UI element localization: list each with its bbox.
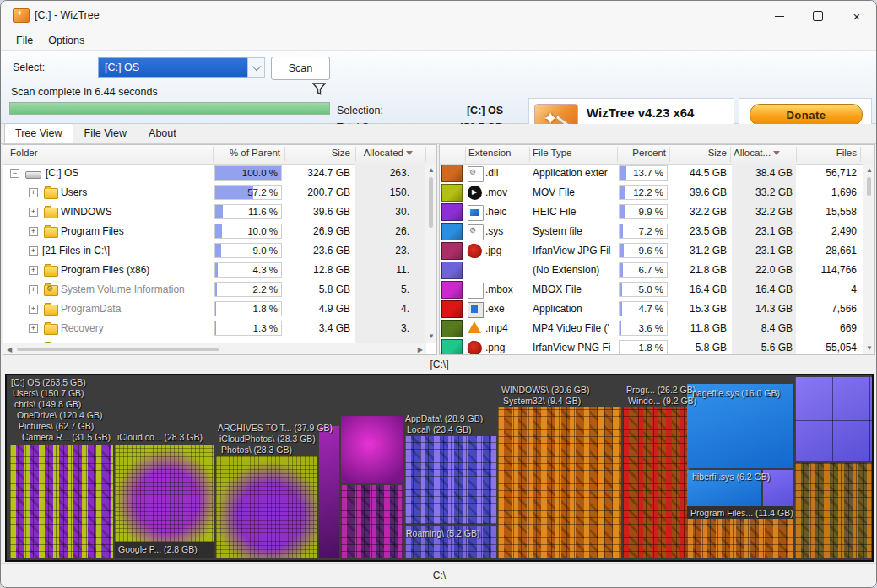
tree-row[interactable]: +Program Files (x86)4.3 %12.8 GB11. [3, 261, 436, 280]
treemap-block-magenta-glow[interactable] [341, 416, 403, 483]
donate-button[interactable]: Donate [750, 104, 863, 126]
col-extension[interactable]: Extension [468, 148, 512, 158]
extension-color-swatch [441, 320, 463, 337]
treemap-block-magenta-tiles[interactable] [341, 485, 403, 558]
col-ext-percent[interactable]: Percent [619, 148, 666, 158]
filter-icon[interactable] [312, 83, 326, 99]
size-value: 15.3 GB [671, 303, 727, 315]
tree-rows: −[C:] OS100.0 %324.7 GB263.+Users57.2 %2… [3, 164, 436, 354]
tree-horizontal-scrollbar[interactable]: ◀ ▶ [3, 343, 426, 354]
treemap-block-right-violet[interactable] [795, 377, 874, 461]
menu-item-file[interactable]: File [9, 33, 40, 48]
treemap-block-appdata-local[interactable] [405, 436, 496, 524]
scan-button[interactable]: Scan [271, 57, 330, 80]
extension-row[interactable]: .dllApplication exter13.7 %44.5 GB38.4 G… [440, 164, 874, 183]
tree-row[interactable]: +WINDOWS11.6 %39.6 GB30. [3, 202, 436, 222]
expand-icon[interactable]: + [29, 246, 38, 256]
extension-row[interactable]: .jpgIrfanView JPG Fil9.6 %31.2 GB23.1 GB… [440, 241, 874, 261]
size-value: 5.8 GB [286, 283, 350, 295]
treemap-block-camera-roll[interactable] [10, 445, 113, 558]
percent-bar: 1.3 % [214, 321, 282, 336]
extension-row[interactable]: .heicHEIC File9.9 %32.2 GB32.2 GB15,558 [440, 202, 874, 222]
tree-row[interactable]: +Program Files10.0 %26.9 GB26. [3, 222, 436, 241]
drive-select[interactable]: [C:] OS [98, 57, 265, 78]
extension-row[interactable]: .pngIrfanView PNG Fi1.8 %5.8 GB5.6 GB55,… [440, 338, 874, 355]
size-value: 16.4 GB [671, 283, 727, 295]
col-ext-size[interactable]: Size [671, 148, 727, 158]
sort-desc-icon [773, 151, 780, 155]
treemap-block-windows[interactable] [498, 407, 621, 558]
chevron-down-icon[interactable] [247, 57, 265, 78]
allocated-value: 30. [357, 206, 409, 218]
tree-view-panel: Folder % of Parent Size Allocated −[C:] … [3, 144, 437, 355]
col-file-type[interactable]: File Type [533, 148, 571, 158]
extension-row[interactable]: (No Extension)6.7 %21.8 GB22.0 GB114,766 [440, 261, 874, 280]
extension-row[interactable]: .mp4MP4 Video File ('3.6 %11.8 GB8.4 GB6… [440, 319, 874, 338]
expand-icon[interactable]: + [29, 266, 38, 275]
expand-icon[interactable]: + [29, 305, 38, 314]
drive-icon [25, 171, 41, 179]
menu-item-options[interactable]: Options [41, 33, 91, 48]
maximize-button[interactable] [799, 1, 837, 31]
summary-row: Selection:[C:] OS [337, 103, 527, 120]
extension-rows: .dllApplication exter13.7 %44.5 GB38.4 G… [440, 164, 874, 354]
allocated-value: 32.2 GB [732, 206, 793, 218]
minimize-button[interactable] [760, 1, 799, 31]
folder-icon [44, 305, 58, 316]
close-button[interactable]: × [837, 1, 876, 31]
treemap-label: Progr... (26.2 GB) [626, 385, 696, 395]
file-type-name: IrfanView JPG Fil [533, 245, 617, 256]
file-gear-icon [468, 224, 484, 240]
extension-name: .mov [485, 186, 507, 198]
size-value: 12.8 GB [286, 264, 350, 276]
ext-vertical-scrollbar[interactable]: ▲ ▼ [863, 164, 874, 354]
treemap-block-icloud-copy[interactable] [115, 445, 214, 542]
col-percent-of-parent[interactable]: % of Parent [214, 148, 280, 158]
extension-color-swatch [441, 203, 463, 221]
tree-vertical-scrollbar[interactable]: ▲ ▼ [425, 164, 436, 343]
expand-icon[interactable]: + [29, 188, 38, 197]
extension-row[interactable]: .sysSystem file7.2 %23.5 GB23.1 GB2,490 [440, 222, 874, 241]
treemap-block-right-bottom[interactable] [795, 463, 874, 558]
tree-row[interactable]: +[21 Files in C:\]9.0 %23.6 GB23. [3, 241, 436, 261]
treemap-block-archives-photos[interactable] [216, 456, 317, 558]
tree-row[interactable]: +ProgramData1.8 %4.9 GB4. [3, 299, 436, 319]
size-value: 26.9 GB [286, 225, 350, 237]
percent-bar: 6.7 % [619, 262, 668, 278]
tab-about[interactable]: About [138, 123, 187, 143]
col-size[interactable]: Size [286, 148, 350, 158]
tree-row[interactable]: +System Volume Information2.2 %5.8 GB5. [3, 280, 436, 299]
size-value: 4.9 GB [286, 303, 350, 315]
size-value: 39.6 GB [286, 206, 350, 218]
col-ext-allocated[interactable]: Allocat... [732, 148, 786, 158]
expand-icon[interactable]: + [29, 324, 38, 333]
extension-name: .heic [485, 206, 506, 218]
percent-value: 3.6 % [639, 323, 663, 333]
size-value: 44.5 GB [671, 167, 727, 179]
percent-bar: 3.6 % [619, 321, 668, 336]
collapse-icon[interactable]: − [10, 169, 19, 178]
col-ext-files[interactable]: Files [798, 148, 857, 158]
expand-icon[interactable]: + [29, 227, 38, 236]
size-value: 200.7 GB [286, 186, 350, 198]
extension-row[interactable]: .mboxMBOX File5.0 %16.4 GB16.4 GB4 [440, 280, 874, 299]
col-allocated[interactable]: Allocated [357, 148, 413, 158]
tab-file-view[interactable]: File View [73, 123, 138, 143]
expand-icon[interactable]: + [29, 285, 38, 294]
tree-row[interactable]: +Users57.2 %200.7 GB150. [3, 183, 436, 202]
extension-row[interactable]: .movMOV File12.2 %39.6 GB33.2 GB1,696 [440, 183, 874, 202]
col-folder[interactable]: Folder [10, 148, 38, 158]
tab-tree-view[interactable]: Tree View [4, 123, 73, 143]
tree-row[interactable]: +Recovery1.3 %3.4 GB3. [3, 319, 436, 338]
toolbar: Select: [C:] OS Scan Scan complete in 6.… [1, 50, 876, 124]
percent-value: 9.0 % [253, 245, 278, 256]
expand-icon[interactable]: + [29, 208, 38, 217]
treemap-block-violet-column[interactable] [319, 426, 339, 558]
treemap-block-pf-mosaic[interactable] [687, 519, 793, 558]
percent-value: 7.2 % [639, 226, 663, 236]
tree-row[interactable]: −[C:] OS100.0 %324.7 GB263. [3, 164, 436, 183]
extension-row[interactable]: .exeApplication4.7 %15.3 GB14.3 GB7,566 [440, 299, 874, 319]
treemap-block-program-files-col[interactable] [623, 407, 689, 558]
percent-bar: 10.0 % [214, 224, 282, 239]
treemap[interactable]: [C:] OS (263.5 GB)Users\ (150.7 GB)chris… [5, 374, 874, 562]
